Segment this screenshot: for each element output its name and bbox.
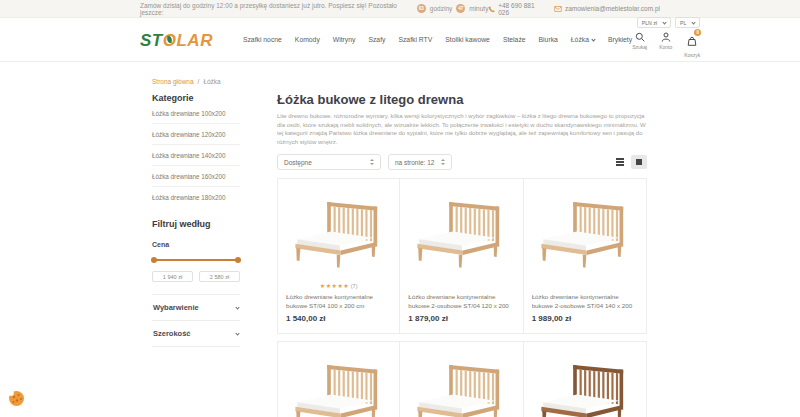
nav-item-brykiety[interactable]: Brykiety — [608, 36, 632, 43]
product-card[interactable] — [523, 341, 647, 417]
review-count: (7) — [349, 283, 357, 289]
category-list: Łóżka drewniane 100x200Łóżka drewniane 1… — [152, 103, 240, 207]
countdown-hours-value: 03 — [417, 4, 426, 13]
cookie-consent-icon[interactable] — [8, 390, 25, 407]
sidebar-category-link[interactable]: Łóżka drewniane 140x200 — [152, 145, 240, 166]
search-button[interactable]: Szukaj — [632, 32, 647, 58]
product-image — [278, 179, 399, 282]
main-nav: Szafki nocneKomodyWitrynySzafySzafki RTV… — [243, 36, 632, 43]
cart-count-badge: 0 — [694, 29, 701, 36]
topbar: Zamów dzisiaj do godziny 12:00 a przesył… — [0, 0, 800, 18]
product-title[interactable]: Łóżko drewniane kontynentalne bukowe ST/… — [286, 293, 391, 310]
product-title[interactable]: Łóżko drewniane kontynentalne bukowe 2-o… — [532, 293, 638, 310]
bed-product-image — [411, 351, 511, 417]
grid-view-button[interactable] — [631, 155, 647, 169]
price-min-input[interactable]: 1 940 zł — [152, 271, 193, 282]
chevron-down-icon — [235, 305, 239, 309]
product-card[interactable]: Łóżko drewniane kontynentalne bukowe 2-o… — [523, 178, 647, 334]
person-icon — [661, 32, 671, 42]
nav-item-komody[interactable]: Komody — [295, 36, 320, 43]
list-view-button[interactable] — [612, 155, 628, 169]
product-price: 1 879,00 zł — [408, 314, 514, 323]
nav-item-szafki-nocne[interactable]: Szafki nocne — [243, 36, 282, 43]
bed-product-image — [289, 351, 389, 417]
cart-button[interactable]: 0 Koszyk — [684, 32, 700, 58]
price-max-input[interactable]: 2 580 zł — [199, 271, 240, 282]
sidebar-category-link[interactable]: Łóżka drewniane 120x200 — [152, 124, 240, 145]
bed-product-image — [535, 188, 635, 274]
chevron-down-icon — [662, 20, 666, 24]
header: STOLAR Szafki nocneKomodyWitrynySzafySza… — [0, 18, 800, 62]
product-grid: ★★★★★ (7)Łóżko drewniane kontynentalne b… — [277, 178, 647, 417]
sidebar-category-link[interactable]: Łóżka drewniane 160x200 — [152, 166, 240, 187]
product-card[interactable]: Łóżko drewniane kontynentalne bukowe 2-o… — [399, 178, 523, 334]
product-rating — [408, 282, 514, 291]
chevron-down-icon — [235, 331, 239, 335]
slider-handle-max[interactable] — [235, 257, 241, 263]
product-rating — [532, 282, 638, 291]
search-icon — [635, 32, 645, 42]
breadcrumb-separator: / — [198, 78, 200, 85]
price-range-slider[interactable] — [152, 257, 240, 263]
chevron-down-icon — [692, 20, 696, 24]
topbar-phone[interactable]: +48 690 881 026 — [488, 2, 539, 16]
logo[interactable]: STOLAR — [140, 31, 213, 51]
bed-product-image — [535, 351, 635, 417]
filter-list: WybarwienieSzerokość — [152, 294, 240, 347]
nav-item--ka[interactable]: Łóżka — [571, 36, 595, 43]
account-button[interactable]: Konto — [659, 32, 672, 58]
main-content: Łóżka bukowe z litego drewna Lite drewno… — [277, 93, 647, 417]
product-image — [400, 342, 522, 417]
sort-select[interactable]: Dostępne — [277, 154, 381, 170]
product-image — [524, 179, 646, 282]
sidebar: Kategorie Łóżka drewniane 100x200Łóżka d… — [152, 93, 240, 417]
product-card[interactable] — [277, 341, 400, 417]
product-image — [400, 179, 522, 282]
product-image — [278, 342, 399, 417]
filter-title: Filtruj według — [152, 219, 240, 229]
bed-product-image — [289, 188, 389, 274]
page-description: Lite drewno bukowe, różnorodne wymiary, … — [277, 112, 647, 146]
sort-arrows-icon — [370, 159, 374, 165]
product-rating: ★★★★★ (7) — [286, 282, 391, 291]
countdown-hours-label: godziny — [430, 5, 452, 12]
breadcrumb-current: Łóżka — [203, 78, 220, 85]
nav-item-stela-e[interactable]: Stelaże — [503, 36, 526, 43]
filter-section-szeroko-[interactable]: Szerokość — [152, 320, 240, 346]
envelope-icon — [554, 5, 562, 13]
nav-item-szafy[interactable]: Szafy — [368, 36, 385, 43]
sidebar-category-link[interactable]: Łóżka drewniane 100x200 — [152, 103, 240, 124]
language-selector[interactable]: PL — [675, 17, 700, 28]
nav-item-szafki-rtv[interactable]: Szafki RTV — [398, 36, 432, 43]
page-title: Łóżka bukowe z litego drewna — [277, 93, 647, 107]
bed-product-image — [411, 188, 511, 274]
product-price: 1 989,00 zł — [532, 314, 638, 323]
topbar-promo-text: Zamów dzisiaj do godziny 12:00 a przesył… — [140, 2, 409, 16]
filter-section-wybarwienie[interactable]: Wybarwienie — [152, 294, 240, 320]
nav-item-stoliki-kawowe[interactable]: Stoliki kawowe — [445, 36, 490, 43]
product-title[interactable]: Łóżko drewniane kontynentalne bukowe 2-o… — [408, 293, 514, 310]
product-image — [524, 342, 646, 417]
slider-handle-min[interactable] — [151, 257, 157, 263]
product-price: 1 540,00 zł — [286, 314, 391, 323]
breadcrumb-home-link[interactable]: Strona główna — [152, 78, 194, 85]
nav-item-witryny[interactable]: Witryny — [333, 36, 356, 43]
currency-selector[interactable]: PLN zł — [637, 17, 671, 28]
star-icons: ★★★★★ — [320, 283, 349, 289]
list-view-icon — [616, 158, 624, 160]
phone-icon — [488, 5, 495, 13]
per-page-select[interactable]: na stronie: 12 — [388, 154, 452, 170]
topbar-email[interactable]: zamowienia@meblestolar.com.pl — [554, 5, 660, 13]
slider-track — [152, 259, 240, 261]
product-card[interactable]: ★★★★★ (7)Łóżko drewniane kontynentalne b… — [277, 178, 400, 334]
nav-item-biurka[interactable]: Biurka — [539, 36, 558, 43]
toolbar: Dostępne na stronie: 12 — [277, 154, 647, 170]
price-label: Cena — [152, 241, 240, 248]
sidebar-category-link[interactable]: Łóżka drewniane 180x200 — [152, 187, 240, 207]
categories-title: Kategorie — [152, 93, 240, 103]
breadcrumb: Strona główna / Łóżka — [152, 78, 660, 85]
sort-arrows-icon — [441, 159, 445, 165]
basket-icon — [687, 36, 697, 46]
product-card[interactable] — [399, 341, 523, 417]
grid-view-icon — [636, 159, 642, 165]
